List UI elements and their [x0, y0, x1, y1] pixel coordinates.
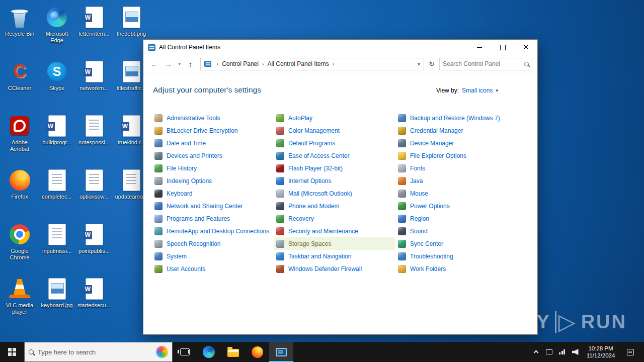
desktop-icon-image [119, 59, 143, 83]
desktop-icon[interactable]: networkm... [75, 55, 113, 110]
control-panel-item[interactable]: Ease of Access Center [274, 149, 395, 162]
desktop-icon[interactable]: VLC media player [1, 273, 38, 327]
maximize-button[interactable] [491, 40, 514, 55]
refresh-button[interactable]: ↻ [426, 58, 438, 70]
control-panel-item[interactable]: Phone and Modem [274, 200, 395, 212]
control-panel-item[interactable]: User Accounts [152, 262, 273, 275]
control-panel-item[interactable]: Windows Defender Firewall [274, 262, 395, 275]
control-panel-item[interactable]: System [152, 250, 273, 262]
control-panel-item[interactable]: Color Management [274, 124, 395, 137]
control-panel-item[interactable]: Network and Sharing Center [152, 200, 273, 212]
desktop-icon[interactable]: Google Chrome [1, 218, 38, 273]
desktop-icon[interactable]: pointpublis... [75, 218, 113, 273]
desktop-icon[interactable]: Firefox [1, 164, 38, 218]
control-panel-item[interactable]: Keyboard [152, 187, 273, 200]
desktop-icon-label: optionsow... [75, 194, 113, 200]
control-panel-item[interactable]: Sound [396, 225, 517, 237]
desktop-icon[interactable]: keyboard.jpg [38, 273, 75, 327]
desktop-icon[interactable]: buildprogr... [38, 110, 75, 164]
control-panel-item[interactable]: Work Folders [396, 262, 517, 275]
control-panel-item[interactable]: Backup and Restore (Windows 7) [396, 112, 517, 124]
control-panel-item-label: System [167, 253, 187, 260]
desktop-icon[interactable]: startedsecu... [75, 273, 113, 327]
control-panel-item[interactable]: Indexing Options [152, 174, 273, 187]
control-panel-item[interactable]: Troubleshooting [396, 250, 517, 262]
desktop-icon[interactable]: CCleaner [1, 55, 38, 110]
tray-network-button[interactable] [555, 342, 569, 362]
control-panel-item-label: Sound [410, 228, 428, 235]
task-view-icon [180, 348, 190, 355]
desktop-icon[interactable]: Adobe Acrobat [1, 110, 38, 164]
control-panel-item[interactable]: Storage Spaces [274, 237, 395, 250]
address-dropdown-icon[interactable]: ▾ [416, 61, 422, 67]
control-panel-item[interactable]: Recovery [274, 212, 395, 225]
control-panel-item-icon [398, 177, 406, 185]
control-panel-item[interactable]: Credential Manager [396, 124, 517, 137]
caption-buttons [468, 40, 537, 55]
control-panel-item[interactable]: Devices and Printers [152, 149, 273, 162]
control-panel-item[interactable]: AutoPlay [274, 112, 395, 124]
control-panel-item-icon [154, 114, 163, 122]
taskbar-file-explorer-button[interactable] [221, 342, 245, 362]
control-panel-item[interactable]: Flash Player (32-bit) [274, 162, 395, 174]
view-by-dropdown[interactable]: Small icons [462, 87, 493, 94]
control-panel-item[interactable]: File Explorer Options [396, 149, 517, 162]
desktop-icon[interactable]: optionsow... [75, 164, 113, 218]
control-panel-item[interactable]: Sync Center [396, 237, 517, 250]
desktop-icon[interactable]: Microsoft Edge [38, 1, 75, 55]
desktop-icon-image [82, 5, 106, 29]
desktop-icon[interactable]: notespossi... [75, 110, 113, 164]
desktop-icon[interactable]: inputmissi... [38, 218, 75, 273]
minimize-button[interactable] [468, 40, 491, 55]
taskbar-search-input[interactable] [38, 348, 152, 356]
action-center-button[interactable] [620, 349, 641, 355]
history-dropdown-button[interactable]: ▾ [177, 61, 183, 66]
control-panel-item[interactable]: Power Options [396, 200, 517, 212]
control-panel-item[interactable]: BitLocker Drive Encryption [152, 124, 273, 137]
network-icon [559, 349, 565, 354]
control-panel-search[interactable] [439, 58, 532, 70]
control-panel-item[interactable]: Java [396, 174, 517, 187]
search-input[interactable] [443, 60, 522, 67]
taskbar-clock[interactable]: 10:28 PM 11/12/2024 [582, 345, 620, 359]
control-panel-item[interactable]: Device Manager [396, 137, 517, 149]
close-button[interactable] [514, 40, 537, 55]
taskbar-control-panel-button[interactable] [269, 342, 293, 362]
breadcrumb[interactable]: › Control Panel › All Control Panel Item… [200, 58, 425, 70]
control-panel-item[interactable]: Internet Options [274, 174, 395, 187]
control-panel-item[interactable]: Speech Recognition [152, 237, 273, 250]
start-button[interactable] [0, 342, 24, 362]
taskbar-edge-button[interactable] [197, 342, 221, 362]
control-panel-item[interactable]: Taskbar and Navigation [274, 250, 395, 262]
control-panel-item[interactable]: Fonts [396, 162, 517, 174]
title-bar[interactable]: All Control Panel Items [143, 40, 537, 55]
forward-button[interactable]: → [162, 58, 175, 70]
taskbar-task-view-button[interactable] [173, 342, 197, 362]
control-panel-item[interactable]: Date and Time [152, 137, 273, 149]
volume-icon [572, 349, 579, 355]
desktop-icon[interactable]: letterintern... [75, 1, 113, 55]
taskbar-firefox-button[interactable] [245, 342, 269, 362]
control-panel-item[interactable]: Mail (Microsoft Outlook) [274, 187, 395, 200]
up-button[interactable]: ↑ [184, 58, 197, 70]
back-button[interactable]: ← [147, 58, 160, 70]
control-panel-item[interactable]: RemoteApp and Desktop Connections [152, 225, 273, 237]
control-panel-item[interactable]: Mouse [396, 187, 517, 200]
tray-display-button[interactable] [542, 342, 555, 362]
desktop-icon-image [82, 222, 106, 246]
control-panel-item[interactable]: Default Programs [274, 137, 395, 149]
breadcrumb-segment-all-items[interactable]: All Control Panel Items [267, 60, 330, 67]
breadcrumb-segment-control-panel[interactable]: Control Panel [221, 60, 260, 67]
control-panel-item[interactable]: File History [152, 162, 273, 174]
desktop-icon[interactable]: Recycle Bin [1, 1, 38, 55]
desktop-icon[interactable]: Skype [38, 55, 75, 110]
tray-expand-button[interactable] [529, 342, 542, 362]
control-panel-item[interactable]: Programs and Features [152, 212, 273, 225]
tray-volume-button[interactable] [569, 342, 582, 362]
desktop-icon[interactable]: completec... [38, 164, 75, 218]
control-panel-item-label: Color Management [288, 127, 340, 134]
control-panel-item[interactable]: Administrative Tools [152, 112, 273, 124]
control-panel-item[interactable]: Region [396, 212, 517, 225]
control-panel-item[interactable]: Security and Maintenance [274, 225, 395, 237]
taskbar-search[interactable] [24, 342, 173, 362]
